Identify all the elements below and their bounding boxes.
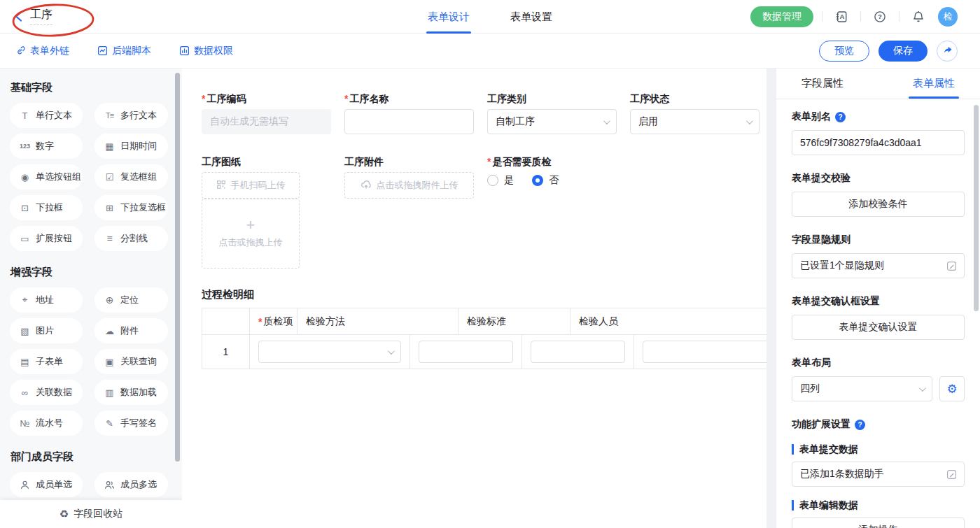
field-item-attachment[interactable]: ☁附件 (94, 318, 168, 343)
form-layout-select[interactable]: 四列 (792, 376, 932, 401)
field-item-datetime[interactable]: ▦日期时间 (94, 134, 168, 159)
glossary-book-icon[interactable]: A (831, 6, 852, 27)
section-title-member-fields: 部门成员字段 (10, 450, 172, 464)
field-item-serial-number[interactable]: №流水号 (10, 411, 83, 436)
row-index-cell: 1 (202, 335, 250, 369)
plus-icon: + (246, 218, 255, 232)
panel-scrollbar[interactable] (974, 105, 979, 311)
field-item-image[interactable]: ▧图片 (10, 318, 83, 343)
field-label: 工序名称 (349, 92, 388, 105)
tab-form-properties[interactable]: 表单属性 (913, 69, 955, 99)
field-item-multi-dropdown[interactable]: ⊞下拉复选框 (94, 195, 168, 220)
attachment-upload-dropzone[interactable]: 点击或拖拽附件上传 (344, 172, 474, 199)
tab-form-design[interactable]: 表单设计 (428, 0, 470, 34)
scan-upload-button[interactable]: 手机扫码上传 (202, 172, 300, 199)
field-item-single-line-text[interactable]: T单行文本 (10, 103, 83, 128)
field-item-extend-button[interactable]: ▭扩展按钮 (10, 226, 83, 251)
field-item-locate[interactable]: ⊕定位 (94, 287, 168, 313)
field-item-label: 成员多选 (120, 478, 157, 491)
add-operation-button[interactable]: 添加操作 (792, 518, 965, 528)
tab-field-properties[interactable]: 字段属性 (802, 69, 844, 99)
field-item-number[interactable]: 123数字 (10, 134, 83, 159)
chevron-down-icon (919, 385, 926, 392)
field-item-multi-line-text[interactable]: T≡多行文本 (94, 103, 168, 128)
field-item-checkbox-group[interactable]: ☑复选框组 (94, 164, 168, 190)
field-item-linked-data[interactable]: ∞关联数据 (10, 380, 83, 405)
visibility-rules-box[interactable]: 已设置1个显隐规则 (792, 253, 965, 278)
question-badge-icon[interactable]: ? (835, 112, 846, 122)
radio-unchecked-icon[interactable] (487, 175, 498, 186)
process-code-input[interactable]: 自动生成无需填写 (202, 109, 331, 134)
field-recycle-bin[interactable]: ♻ 字段回收站 (0, 500, 182, 528)
radio-option-label: 是 (504, 174, 514, 187)
linked-data-icon: ∞ (19, 387, 31, 398)
address-icon: ⌖ (19, 294, 31, 306)
back-navigation[interactable]: 工序 (13, 5, 59, 28)
qc-radio-option[interactable]: 否 (532, 174, 559, 187)
layout-settings-button[interactable]: ⚙ (939, 376, 965, 401)
toolbar-link-0[interactable]: 表单外链 (15, 45, 69, 57)
qc-item-select[interactable] (258, 341, 401, 363)
visibility-rules-label: 字段显隐规则 (792, 234, 965, 246)
table-corner-cell (202, 308, 250, 334)
toolbar-links: 表单外链后端脚本数据权限 (15, 45, 233, 57)
field-item-member-multi[interactable]: 成员多选 (94, 472, 168, 497)
edit-icon[interactable] (946, 261, 957, 271)
back-chevron-icon[interactable] (14, 11, 23, 22)
table-column-header: *质检项 (250, 308, 298, 334)
process-name-input[interactable] (344, 109, 474, 134)
field-label: 工序附件 (344, 155, 384, 168)
notification-bell-icon[interactable] (908, 6, 929, 27)
process-status-select[interactable]: 启用 (630, 109, 760, 134)
attachment-icon: ☁ (104, 326, 115, 336)
checkbox-group-icon: ☑ (104, 172, 115, 183)
field-item-label: 单选按钮组 (36, 171, 81, 183)
field-item-label: 扩展按钮 (36, 232, 72, 245)
radio-checked-icon[interactable] (532, 175, 543, 186)
field-item-dropdown[interactable]: ⊡下拉框 (10, 195, 83, 220)
toolbar-link-2[interactable]: 数据权限 (179, 45, 233, 57)
multi-dropdown-icon: ⊞ (104, 203, 115, 213)
field-item-data-load[interactable]: ▥数据加载 (94, 380, 168, 405)
toolbar-link-label: 数据权限 (194, 45, 233, 57)
share-button[interactable] (937, 41, 958, 62)
multi-line-text-icon: T≡ (104, 111, 115, 120)
field-item-label: 下拉框 (36, 201, 63, 214)
data-manage-button[interactable]: 数据管理 (750, 6, 813, 27)
check-person-input[interactable] (643, 341, 766, 363)
tab-form-settings[interactable]: 表单设置 (510, 0, 552, 34)
field-item-radio-group[interactable]: ◉单选按钮组 (10, 164, 83, 190)
datetime-icon: ▦ (104, 141, 115, 152)
chevron-down-icon (388, 348, 395, 355)
form-alias-input[interactable]: 576fc9f7308279fa4c3d0aa1 (792, 130, 965, 155)
field-item-subform[interactable]: ▤子表单 (10, 349, 83, 374)
table-column-header: 检验标准 (458, 308, 570, 334)
chevron-down-icon (746, 117, 753, 124)
submit-data-box[interactable]: 已添加1条数据助手 (792, 462, 965, 487)
add-validation-button[interactable]: 添加校验条件 (792, 192, 965, 217)
field-item-signature[interactable]: ✎手写签名 (94, 411, 168, 436)
table-column-header: 检验方法 (298, 308, 458, 334)
field-item-label: 下拉复选框 (120, 201, 166, 214)
field-item-divider[interactable]: ≡分割线 (94, 226, 168, 251)
preview-button[interactable]: 预览 (819, 41, 869, 62)
field-item-member-single[interactable]: 成员单选 (10, 472, 83, 497)
app-header: 工序 表单设计 表单设置 数据管理 A ? (0, 0, 980, 34)
save-button[interactable]: 保存 (878, 41, 927, 62)
user-avatar[interactable]: 检 (938, 7, 958, 27)
check-method-input[interactable] (419, 341, 513, 363)
help-icon[interactable]: ? (869, 6, 890, 27)
table-row: 1 (202, 335, 766, 369)
check-standard-input[interactable] (531, 341, 625, 363)
qc-radio-option[interactable]: 是 (487, 174, 514, 187)
drawing-upload-dropzone[interactable]: + 点击或拖拽上传 (202, 199, 300, 269)
form-alias-label: 表单别名 (792, 110, 831, 123)
field-item-linked-query[interactable]: ▣关联查询 (94, 349, 168, 374)
field-item-address[interactable]: ⌖地址 (10, 287, 83, 313)
process-category-select[interactable]: 自制工序 (487, 109, 617, 134)
submit-confirm-button[interactable]: 表单提交确认设置 (792, 315, 965, 340)
sidebar-scrollbar[interactable] (175, 73, 180, 462)
toolbar-link-1[interactable]: 后端脚本 (97, 45, 151, 57)
question-badge-icon[interactable]: ? (855, 420, 865, 430)
edit-icon[interactable] (946, 469, 957, 480)
